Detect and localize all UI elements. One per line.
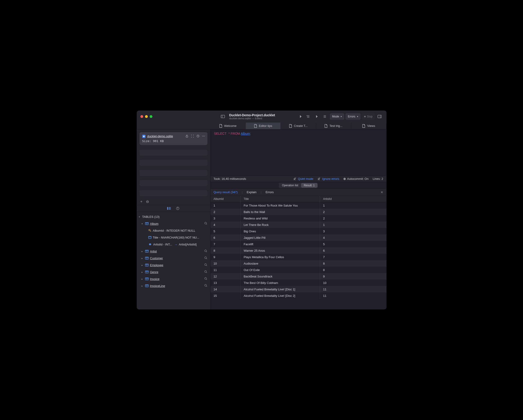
tree-table-employee[interactable]: ▸Employee xyxy=(137,262,210,269)
result-tab-query[interactable]: Query result (347) xyxy=(214,190,238,194)
lock-icon[interactable] xyxy=(185,134,189,138)
chevron-down-icon: ▾ xyxy=(138,215,141,218)
autocommit-status[interactable]: Autocommit: On xyxy=(343,177,368,181)
database-card[interactable]: ◆ ducklet-demo.sqlite Size: 901 KB xyxy=(139,132,207,145)
run-all-button[interactable] xyxy=(314,113,321,120)
column-icon xyxy=(148,236,151,239)
list-tab-icon[interactable] xyxy=(167,207,171,210)
tab-bar: Welcome Editor tips Create T... Test tri… xyxy=(137,123,386,129)
search-icon[interactable] xyxy=(204,270,208,274)
run-step-button[interactable] xyxy=(305,113,312,120)
ignore-errors-toggle[interactable]: Ignore errors xyxy=(318,177,339,181)
placeholder-card xyxy=(139,170,207,176)
svg-point-15 xyxy=(204,136,204,136)
table-row[interactable]: 11Out Of Exile8 xyxy=(210,267,386,273)
chevron-right-icon: ▸ xyxy=(141,250,144,253)
table-row[interactable]: 1For Those About To Rock We Salute You1 xyxy=(210,202,386,209)
cell-title: Big Ones xyxy=(240,228,320,234)
column-header-artistid[interactable]: ArtistId xyxy=(320,196,386,202)
tree-table-album[interactable]: ▾ Album xyxy=(137,220,210,227)
table-icon xyxy=(145,264,149,267)
table-row[interactable]: 5Big Ones3 xyxy=(210,228,386,234)
sidebar-placeholder-cards xyxy=(137,148,210,198)
minimize-window-button[interactable] xyxy=(145,115,148,118)
toggle-left-panel-button[interactable] xyxy=(220,113,226,120)
maximize-window-button[interactable] xyxy=(150,115,152,118)
stop-button[interactable]: ■Stop xyxy=(362,113,375,120)
table-row[interactable]: 7Facelift5 xyxy=(210,241,386,247)
chevron-down-icon: ▾ xyxy=(141,222,144,225)
run-button[interactable] xyxy=(298,113,305,120)
tree-table-invoice[interactable]: ▸Invoice xyxy=(137,275,210,282)
tree-table-genre[interactable]: ▸Genre xyxy=(137,269,210,275)
table-row[interactable]: 3Restless and Wild2 xyxy=(210,215,386,222)
table-row[interactable]: 4Let There Be Rock1 xyxy=(210,222,386,228)
cell-title: Plays Metallica By Four Cellos xyxy=(240,254,320,260)
foreign-key-icon xyxy=(148,243,152,246)
cell-artistid: 9 xyxy=(320,273,386,280)
tree-column-artistid[interactable]: ArtistId - INT... → Artist[ArtistId] xyxy=(137,241,210,248)
table-row[interactable]: 15Alcohol Fueled Brewtality Live! [Disc … xyxy=(210,292,386,299)
clock-icon[interactable] xyxy=(196,134,200,138)
table-row[interactable]: 14Alcohol Fueled Brewtality Live! [Disc … xyxy=(210,286,386,292)
cell-artistid: 3 xyxy=(320,228,386,234)
database-name: ducklet-demo.sqlite xyxy=(147,134,173,138)
cell-albumid: 8 xyxy=(210,247,240,254)
cell-artistid: 2 xyxy=(320,209,386,215)
sql-editor[interactable]: SELECT * FROM Album; xyxy=(210,129,386,175)
close-window-button[interactable] xyxy=(140,115,143,118)
plus-button[interactable]: ＋ xyxy=(139,199,143,204)
tree-column-albumid[interactable]: AlbumId - INTEGER NOT NULL xyxy=(137,227,210,234)
svg-line-40 xyxy=(206,251,207,252)
cell-albumid: 2 xyxy=(210,209,240,215)
table-row[interactable]: 8Warner 25 Anos6 xyxy=(210,247,386,254)
info-tab-icon[interactable] xyxy=(176,206,180,210)
search-icon[interactable] xyxy=(204,284,208,288)
quiet-mode-toggle[interactable]: Quiet mode xyxy=(293,177,313,181)
cell-albumid: 12 xyxy=(210,273,240,280)
tab-create-t[interactable]: Create T... xyxy=(281,123,316,129)
search-icon[interactable] xyxy=(204,249,208,253)
mode-dropdown[interactable]: Mode▾ xyxy=(330,113,344,120)
result-tab-explain[interactable]: Explain xyxy=(247,190,257,194)
tab-test-trig[interactable]: Test trig... xyxy=(316,123,351,129)
minus-button[interactable]: ⊖ xyxy=(146,199,149,204)
tree-table-customer[interactable]: ▸Customer xyxy=(137,255,210,262)
errors-dropdown[interactable]: Errors▾ xyxy=(345,113,360,120)
more-icon[interactable] xyxy=(201,134,205,138)
close-result-button[interactable]: ✕ xyxy=(381,190,383,194)
result-tab-errors[interactable]: Errors xyxy=(266,190,274,194)
svg-point-59 xyxy=(205,278,206,279)
search-icon[interactable] xyxy=(204,256,208,260)
search-icon[interactable] xyxy=(204,222,208,225)
tree-column-title[interactable]: Title - NVARCHAR(160) NOT NU... xyxy=(137,234,210,241)
table-row[interactable]: 12BackBeat Soundtrack9 xyxy=(210,273,386,280)
tab-editor-tips[interactable]: Editor tips xyxy=(246,123,281,129)
search-icon[interactable] xyxy=(204,263,208,267)
tab-welcome[interactable]: Welcome xyxy=(210,123,246,129)
toggle-right-panel-button[interactable] xyxy=(376,113,383,120)
tree-table-artist[interactable]: ▸Artist xyxy=(137,248,210,255)
search-icon[interactable] xyxy=(204,277,208,281)
pill-result[interactable]: Result: 1 xyxy=(301,183,318,188)
table-row[interactable]: 9Plays Metallica By Four Cellos7 xyxy=(210,254,386,260)
table-row[interactable]: 13The Best Of Billy Cobham10 xyxy=(210,280,386,286)
run-list-button[interactable] xyxy=(321,113,328,120)
cell-title: Alcohol Fueled Brewtality Live! [Disc 2] xyxy=(240,292,320,299)
file-icon xyxy=(254,124,257,128)
tree-table-invoiceline[interactable]: ▸InvoiceLine xyxy=(137,282,210,289)
table-row[interactable]: 2Balls to the Wall2 xyxy=(210,209,386,215)
cell-albumid: 5 xyxy=(210,228,240,234)
column-header-albumid[interactable]: AlbumId xyxy=(210,196,240,202)
scan-icon[interactable] xyxy=(190,134,195,138)
chevron-right-icon: ▸ xyxy=(141,285,144,287)
svg-line-55 xyxy=(206,272,207,273)
table-row[interactable]: 10Audioslave8 xyxy=(210,260,386,267)
column-header-title[interactable]: Title xyxy=(240,196,320,202)
placeholder-card xyxy=(139,190,207,196)
tab-views[interactable]: Views xyxy=(351,123,386,129)
tree-tables-header[interactable]: ▾ TABLES (13) xyxy=(137,213,210,220)
table-row[interactable]: 6Jagged Little Pill4 xyxy=(210,234,386,241)
pill-operation-list[interactable]: Operation list xyxy=(279,183,301,188)
cell-artistid: 6 xyxy=(320,247,386,254)
